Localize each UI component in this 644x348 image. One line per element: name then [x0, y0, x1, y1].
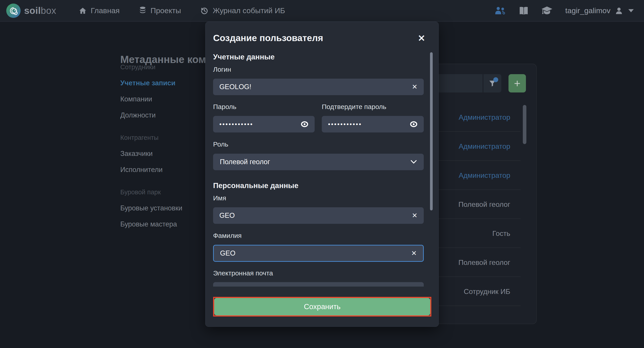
- last-name-field[interactable]: GEO ✕: [213, 245, 424, 262]
- password-value: •••••••••••: [219, 121, 301, 128]
- email-field[interactable]: [213, 282, 424, 287]
- role-badge: Полевой геолог: [458, 200, 510, 209]
- soilbox-logo-icon: [6, 3, 20, 18]
- role-value: Полевой геолог: [220, 158, 410, 166]
- sidebar-item-executors[interactable]: Исполнители: [120, 162, 194, 178]
- person-icon: [614, 6, 624, 15]
- role-badge: Администратор: [459, 171, 510, 179]
- nav-item-label: Проекты: [150, 6, 181, 15]
- chevron-down-icon: [628, 9, 634, 12]
- add-user-button[interactable]: +: [508, 74, 526, 92]
- username: tagir_galimov: [565, 6, 610, 15]
- role-select[interactable]: Полевой геолог: [213, 154, 424, 170]
- first-name-value: GEO: [219, 211, 412, 220]
- login-label: Логин: [213, 66, 231, 73]
- password-confirm-value: •••••••••••: [328, 121, 410, 128]
- login-field[interactable]: GEOLOG! ✕: [213, 79, 424, 95]
- sidebar-item-companies[interactable]: Компании: [120, 91, 194, 107]
- brand-name: soilbox: [24, 5, 56, 16]
- clear-icon[interactable]: ✕: [412, 212, 418, 219]
- save-button[interactable]: Сохранить: [214, 298, 430, 315]
- email-field-clipped[interactable]: [213, 282, 424, 287]
- top-navbar: soilbox Главная Проекты Журнал событий И…: [0, 0, 644, 22]
- sidebar-group-contractors: Контрагенты: [120, 130, 194, 146]
- email-label: Электронная почта: [213, 269, 273, 277]
- clear-icon[interactable]: ✕: [411, 250, 417, 257]
- role-badge: Администратор: [459, 142, 510, 151]
- password-confirm-label: Подтвердите пароль: [322, 103, 386, 111]
- nav-item-security-log[interactable]: Журнал событий ИБ: [200, 6, 285, 15]
- sidebar: Сотрудники Учетные записи Компании Должн…: [120, 59, 194, 239]
- clear-icon[interactable]: ✕: [412, 84, 418, 90]
- sidebar-item-customers[interactable]: Заказчики: [120, 146, 194, 162]
- role-badge: Гость: [492, 229, 510, 238]
- password-confirm-field[interactable]: •••••••••••: [322, 116, 424, 133]
- history-icon: [200, 6, 209, 15]
- nav-item-label: Главная: [91, 6, 120, 15]
- role-badge: Полевой геолог: [458, 258, 510, 267]
- sidebar-item-positions[interactable]: Должности: [120, 107, 194, 123]
- nav-item-projects[interactable]: Проекты: [139, 6, 181, 15]
- eye-icon[interactable]: [301, 121, 308, 127]
- create-user-modal: Создание пользователя ✕ Учетные данные Л…: [205, 22, 439, 327]
- modal-scrollbar[interactable]: [430, 52, 433, 210]
- last-name-value: GEO: [220, 249, 411, 257]
- filter-button[interactable]: [484, 74, 501, 92]
- eye-icon[interactable]: [410, 121, 418, 127]
- annotation-highlight: Сохранить: [213, 297, 431, 317]
- password-label: Пароль: [213, 103, 236, 111]
- login-value: GEOLOG!: [219, 83, 412, 91]
- education-icon[interactable]: [541, 6, 553, 15]
- role-badge: Сотрудник ИБ: [464, 288, 510, 296]
- first-name-field[interactable]: GEO ✕: [213, 207, 424, 224]
- first-name-label: Имя: [213, 194, 226, 202]
- last-name-label: Фамилия: [213, 232, 242, 239]
- sidebar-group-drilling-park: Буровой парк: [120, 184, 194, 200]
- modal-title: Создание пользователя: [213, 33, 323, 43]
- role-label: Роль: [213, 141, 228, 148]
- role-badge: Администратор: [459, 113, 510, 122]
- sidebar-item-drilling-masters[interactable]: Буровые мастера: [120, 216, 194, 232]
- table-scrollbar[interactable]: [523, 105, 526, 144]
- user-management-icon[interactable]: [495, 6, 506, 15]
- chevron-down-icon: [410, 160, 417, 164]
- section-account-data: Учетные данные: [213, 53, 274, 61]
- database-icon: [139, 6, 146, 15]
- user-menu[interactable]: tagir_galimov: [565, 6, 634, 15]
- section-personal-data: Персональные данные: [213, 181, 298, 190]
- filter-active-badge: [493, 77, 498, 82]
- close-icon[interactable]: ✕: [415, 32, 428, 44]
- sidebar-item-drilling-rigs[interactable]: Буровые установки: [120, 200, 194, 216]
- book-icon[interactable]: [519, 6, 528, 15]
- sidebar-item-accounts[interactable]: Учетные записи: [120, 75, 194, 91]
- nav-item-label: Журнал событий ИБ: [213, 6, 285, 15]
- home-icon: [79, 7, 87, 15]
- sidebar-group-employees: Сотрудники: [120, 59, 194, 75]
- nav-item-home[interactable]: Главная: [79, 6, 120, 15]
- brand[interactable]: soilbox: [6, 3, 56, 18]
- password-field[interactable]: •••••••••••: [213, 116, 314, 133]
